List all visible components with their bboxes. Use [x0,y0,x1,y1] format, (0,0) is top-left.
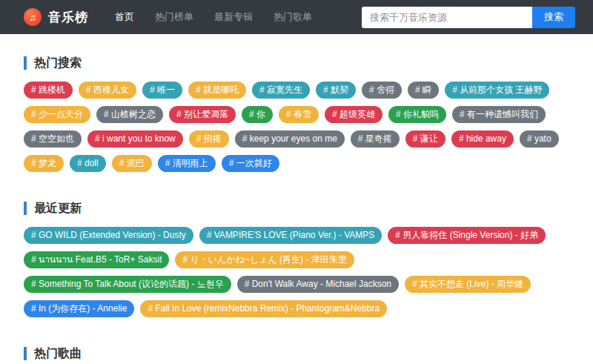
hot-search-tag[interactable]: # 唯一 [142,82,182,99]
hot-search-tag[interactable]: # 春雪 [279,106,319,123]
nav-item-hot-playlists[interactable]: 热门歌单 [274,10,312,24]
search-button[interactable]: 搜索 [532,7,575,28]
recent-update-tag[interactable]: # GO WILD (Extended Version) - Dusty [24,227,193,244]
hot-search-tag[interactable]: # 梦龙 [24,155,64,172]
recent-update-tag[interactable]: # VAMPIRE'S LOVE (Piano Ver.) - VAMPS [199,227,382,244]
hot-search-tag[interactable]: # 你 [242,106,273,123]
recent-update-tag[interactable]: # Something To Talk About (议论的话题) - 노현우 [24,276,231,293]
hot-search-tag[interactable]: # 寂寞先生 [252,82,310,99]
hot-search-tag[interactable]: # doll [70,155,106,172]
hot-search-tag[interactable]: # 清明雨上 [158,155,216,172]
brand-name: 音乐榜 [48,9,88,26]
hot-search-tag[interactable]: # 招摇 [189,130,229,148]
hot-search-tag[interactable]: # 默契 [316,82,356,99]
hot-search-tag[interactable]: # 谦让 [405,130,445,148]
hot-search-tag[interactable]: # 你礼貌吗 [388,106,446,123]
hot-search-tag[interactable]: # 星奇摇 [351,130,400,148]
hot-search-tag[interactable]: # 泥巴 [112,155,152,172]
hot-search-tag[interactable]: # 就是哪吒 [188,82,246,99]
hot-search-tag[interactable]: # 从前那个女孩 王赫野 [445,82,549,99]
hot-search-tag[interactable]: # 有一种遗憾叫我们 [452,106,546,123]
recent-update-tag[interactable]: # り・いんかね~しょん (再生) - 津田朱里 [175,251,354,268]
recent-update-tag[interactable]: # In (为你存在) - Annelie [24,300,134,317]
hot-search-tag[interactable]: # 一次就好 [222,155,279,172]
recent-update-tag[interactable]: # นานนาน Feat.B5 - ToR+ Saksit [24,251,169,268]
hot-search-tag[interactable]: # yato [520,130,559,148]
hot-songs-section-title: 热门歌曲 [24,347,569,360]
hot-search-tag[interactable]: # keep your eyes on me [235,130,345,148]
hot-search-section-title: 热门搜索 [24,56,569,70]
hot-search-tag[interactable]: # 超级英雄 [325,106,382,123]
recent-updates-section-title: 最近更新 [24,202,569,215]
brand[interactable]: ♫ 音乐榜 [24,8,88,26]
recent-updates-tags: # GO WILD (Extended Version) - Dusty# VA… [24,227,569,325]
hot-search-tags: # 跳楼机# 西楼儿女# 唯一# 就是哪吒# 寂寞先生# 默契# 舍得# 瞬# … [24,82,569,179]
hot-search-tag[interactable]: # hide away [451,130,514,148]
hot-search-tag[interactable]: # 空空如也 [24,130,82,148]
recent-update-tag[interactable]: # 男人靠得住 (Single Version) - 好弟 [388,227,546,244]
music-note-icon: ♫ [24,8,42,26]
search-bar: 搜索 [362,7,575,28]
hot-search-tag[interactable]: # 西楼儿女 [79,82,136,99]
hot-search-tag[interactable]: # 山楂树之恋 [96,106,163,123]
nav-item-hot-charts[interactable]: 热门榜单 [155,10,193,24]
recent-update-tag[interactable]: # Don't Walk Away - Michael Jackson [237,276,399,293]
hot-search-tag[interactable]: # 少一点天分 [24,106,90,123]
nav-item-new-albums[interactable]: 最新专辑 [214,10,253,24]
recent-update-tag[interactable]: # 其实不想走 (Live) - 周华健 [405,276,531,293]
hot-search-tag[interactable]: # 别让爱凋落 [169,106,236,123]
nav-item-home[interactable]: 首页 [115,10,134,24]
search-input[interactable] [362,7,532,28]
hot-search-tag[interactable]: # 瞬 [408,82,439,99]
hot-search-tag[interactable]: # 跳楼机 [24,82,73,99]
hot-search-tag[interactable]: # 舍得 [362,82,402,99]
recent-update-tag[interactable]: # Fall In Love (remixNebbra Remix) - Pha… [140,300,387,317]
main-content: 热门搜索 # 跳楼机# 西楼儿女# 唯一# 就是哪吒# 寂寞先生# 默契# 舍得… [0,56,593,364]
navbar: ♫ 音乐榜 首页 热门榜单 最新专辑 热门歌单 搜索 [0,0,593,34]
hot-search-tag[interactable]: # i want you to know [87,130,183,148]
nav-links: 首页 热门榜单 最新专辑 热门歌单 [105,10,322,24]
